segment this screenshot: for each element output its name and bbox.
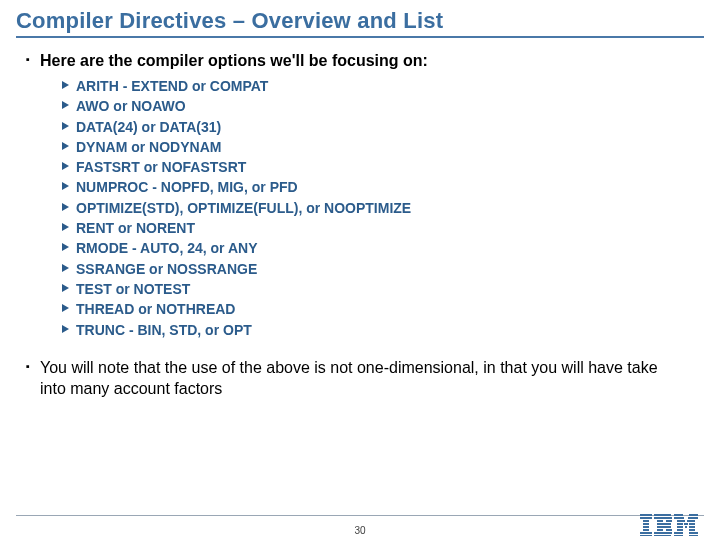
svg-rect-9 — [654, 517, 672, 519]
svg-rect-2 — [643, 520, 649, 522]
svg-rect-18 — [674, 514, 683, 516]
list-item: OPTIMIZE(STD), OPTIMIZE(FULL), or NOOPTI… — [62, 198, 704, 218]
list-item: RENT or NORENT — [62, 218, 704, 238]
svg-rect-19 — [689, 514, 698, 516]
list-item: TRUNC - BIN, STD, or OPT — [62, 320, 704, 340]
svg-rect-12 — [657, 523, 671, 525]
svg-rect-16 — [654, 532, 672, 534]
svg-rect-21 — [688, 517, 698, 519]
page-title: Compiler Directives – Overview and List — [16, 8, 704, 34]
options-list: ARITH - EXTEND or COMPAT AWO or NOAWO DA… — [62, 76, 704, 340]
svg-rect-29 — [689, 526, 695, 528]
svg-rect-8 — [654, 514, 671, 516]
svg-rect-7 — [640, 535, 652, 536]
footer-divider — [16, 515, 704, 516]
list-item: AWO or NOAWO — [62, 96, 704, 116]
svg-rect-22 — [677, 520, 685, 522]
ibm-logo — [640, 514, 698, 536]
svg-rect-11 — [666, 520, 672, 522]
intro-text: Here are the compiler options we'll be f… — [26, 52, 704, 70]
svg-rect-23 — [687, 520, 695, 522]
closing-text: You will note that the use of the above … — [26, 358, 686, 400]
svg-rect-27 — [677, 526, 683, 528]
svg-rect-35 — [689, 535, 698, 536]
svg-rect-10 — [657, 520, 663, 522]
list-item: SSRANGE or NOSSRANGE — [62, 259, 704, 279]
svg-rect-15 — [666, 529, 672, 531]
svg-rect-30 — [677, 529, 683, 531]
svg-rect-5 — [643, 529, 649, 531]
svg-rect-25 — [684, 523, 688, 525]
svg-rect-31 — [689, 529, 695, 531]
svg-rect-33 — [689, 532, 698, 534]
svg-rect-34 — [674, 535, 683, 536]
list-item: NUMPROC - NOPFD, MIG, or PFD — [62, 177, 704, 197]
list-item: RMODE - AUTO, 24, or ANY — [62, 238, 704, 258]
list-item: ARITH - EXTEND or COMPAT — [62, 76, 704, 96]
svg-rect-26 — [689, 523, 695, 525]
list-item: FASTSRT or NOFASTSRT — [62, 157, 704, 177]
svg-rect-1 — [640, 517, 652, 519]
slide: Compiler Directives – Overview and List … — [0, 0, 720, 540]
svg-rect-3 — [643, 523, 649, 525]
list-item: THREAD or NOTHREAD — [62, 299, 704, 319]
list-item: DATA(24) or DATA(31) — [62, 117, 704, 137]
svg-rect-32 — [674, 532, 683, 534]
list-item: DYNAM or NODYNAM — [62, 137, 704, 157]
svg-rect-20 — [674, 517, 684, 519]
page-number: 30 — [354, 525, 365, 536]
svg-rect-14 — [657, 529, 663, 531]
svg-rect-13 — [657, 526, 671, 528]
svg-rect-17 — [654, 535, 671, 536]
svg-rect-4 — [643, 526, 649, 528]
svg-rect-24 — [677, 523, 683, 525]
list-item: TEST or NOTEST — [62, 279, 704, 299]
svg-rect-0 — [640, 514, 652, 516]
svg-rect-28 — [685, 526, 687, 528]
title-divider — [16, 36, 704, 38]
ibm-logo-icon — [640, 514, 698, 536]
svg-rect-6 — [640, 532, 652, 534]
